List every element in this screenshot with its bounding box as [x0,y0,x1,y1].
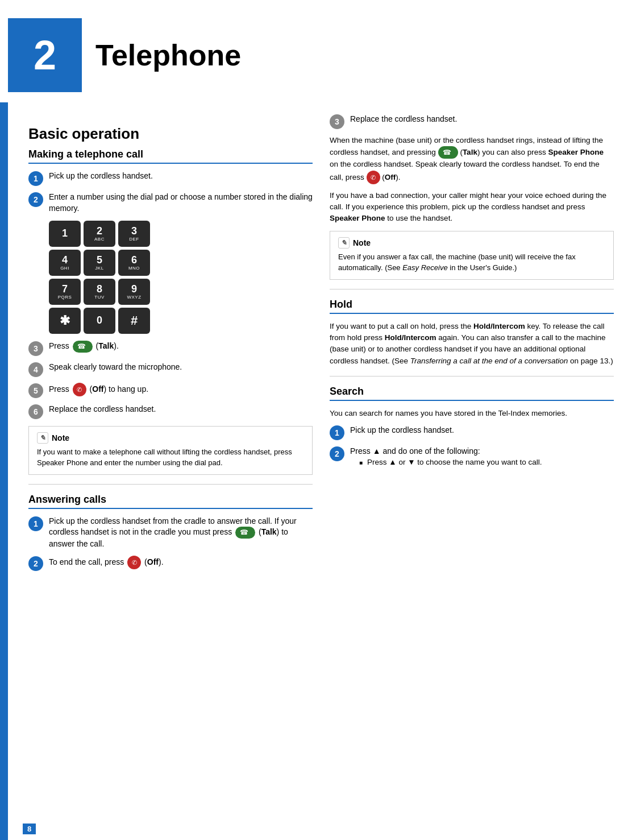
step-search-1-num: 1 [330,425,344,440]
step-making-5-num: 5 [28,383,43,398]
talk-button-inline: ☎ [73,341,93,353]
search-para: You can search for names you have stored… [330,408,614,419]
subsection-making-call: Making a telephone call [28,148,313,164]
step-making-3-num: 3 [28,341,43,356]
chapter-title: Telephone [95,38,241,72]
divider-hold [330,289,614,289]
key-0: 0 [84,308,115,334]
key-9: 9WXYZ [118,279,150,305]
step-making-1: 1 Pick up the cordless handset. [28,171,313,186]
step-making-3-text: Press ☎ (Talk). [49,341,313,353]
step-right-3: 3 Replace the cordless handset. [330,114,614,129]
step-making-1-text: Pick up the cordless handset. [49,171,313,182]
section-search: Search [330,386,614,401]
note-making-title: ✎ Note [37,432,304,444]
step-making-4-text: Speak clearly toward the microphone. [49,362,313,373]
note-right: ✎ Note Even if you answer a fax call, th… [330,231,614,280]
step-making-5-text: Press ✆ (Off) to hang up. [49,383,313,396]
key-2: 2ABC [84,221,115,247]
off-btn-right-para: ✆ [367,171,380,184]
step-making-2-num: 2 [28,192,43,207]
key-7: 7PQRS [49,279,81,305]
key-hash: # [118,308,150,334]
step-search-1-text: Pick up the cordless handset. [350,425,614,436]
right-para-2: If you have a bad connection, your calle… [330,190,614,225]
section-hold: Hold [330,299,614,314]
step-making-6: 6 Replace the cordless handset. [28,404,313,419]
dialpad: 1 2ABC 3DEF 4GHI 5JKL 6MNO 7PQRS 8TUV 9W… [49,221,150,334]
step-search-2-text: Press ▲ and do one of the following: Pre… [350,446,614,470]
step-making-3: 3 Press ☎ (Talk). [28,341,313,356]
subsection-answering-calls: Answering calls [28,494,313,509]
key-4: 4GHI [49,250,81,276]
key-6: 6MNO [118,250,150,276]
side-accent-bar [0,0,8,840]
step-search-1: 1 Pick up the cordless handset. [330,425,614,440]
note-making-call: ✎ Note If you want to make a telephone c… [28,426,313,475]
talk-button-answering: ☎ [235,527,255,539]
step-making-6-text: Replace the cordless handset. [49,404,313,415]
off-button-inline-5: ✆ [73,383,86,396]
step-answering-1: 1 Pick up the cordless handset from the … [28,516,313,550]
key-8: 8TUV [84,279,115,305]
step-answering-2: 2 To end the call, press ✆ (Off). [28,556,313,571]
step-right-3-text: Replace the cordless handset. [350,114,614,125]
search-bullets: Press ▲ or ▼ to choose the name you want… [359,457,614,468]
step-making-5: 5 Press ✆ (Off) to hang up. [28,383,313,398]
step-search-2-num: 2 [330,446,344,461]
note-right-text: Even if you answer a fax call, the machi… [338,252,605,274]
page-number: 8 [23,824,36,834]
chapter-number: 2 [8,18,82,92]
step-making-6-num: 6 [28,404,43,419]
step-making-2-text: Enter a number using the dial pad or cho… [49,192,313,214]
right-para-1: When the machine (base unit) or the cord… [330,135,614,184]
note-icon: ✎ [37,432,48,444]
off-button-answering: ✆ [127,556,141,569]
search-bullet-1: Press ▲ or ▼ to choose the name you want… [359,457,614,468]
divider-search [330,376,614,376]
left-column: Basic operation Making a telephone call … [28,114,313,577]
talk-btn-right-para: ☎ [438,146,458,159]
step-right-3-num: 3 [330,114,344,129]
key-5: 5JKL [84,250,115,276]
step-making-4-num: 4 [28,362,43,377]
key-1: 1 [49,221,81,247]
note-right-icon: ✎ [338,237,350,249]
hold-para: If you want to put a call on hold, press… [330,321,614,367]
step-answering-2-num: 2 [28,556,43,571]
section-basic-operation: Basic operation [28,125,313,143]
divider-answering [28,484,313,485]
step-making-2: 2 Enter a number using the dial pad or c… [28,192,313,214]
note-right-title: ✎ Note [338,237,605,249]
step-making-4: 4 Speak clearly toward the microphone. [28,362,313,377]
step-answering-1-num: 1 [28,516,43,531]
step-answering-2-text: To end the call, press ✆ (Off). [49,556,313,569]
note-making-text: If you want to make a telephone call wit… [37,447,304,469]
step-answering-1-text: Pick up the cordless handset from the cr… [49,516,313,550]
right-column: 3 Replace the cordless handset. When the… [330,114,614,577]
step-search-2: 2 Press ▲ and do one of the following: P… [330,446,614,470]
key-3: 3DEF [118,221,150,247]
step-making-1-num: 1 [28,171,43,186]
key-star: ✱ [49,308,81,334]
